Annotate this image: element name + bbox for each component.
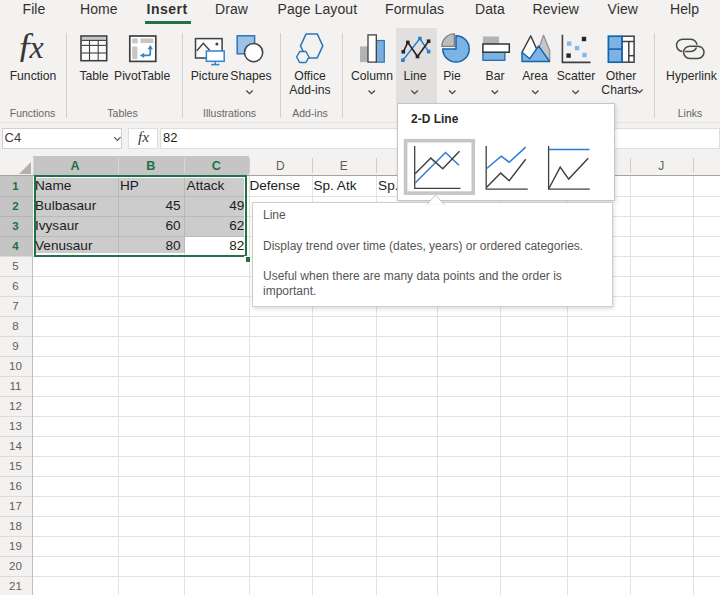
svg-text:x: x (29, 29, 44, 65)
